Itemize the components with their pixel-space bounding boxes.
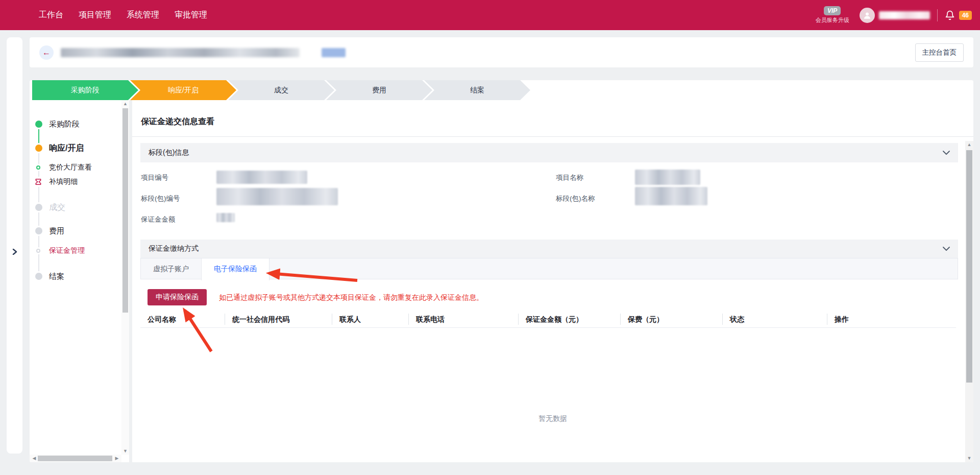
chevron-down-icon[interactable]: [943, 151, 950, 155]
sidebar-item-label: 补填明细: [49, 177, 78, 186]
th-company-name: 公司名称: [140, 314, 225, 325]
top-navbar: 工作台 项目管理 系统管理 审批管理 VIP 会员服务升级 46: [0, 0, 980, 30]
step-label: 费用: [372, 86, 386, 95]
sidebar-item-label: 采购阶段: [49, 120, 80, 129]
person-icon: [863, 11, 872, 20]
payment-tabs: 虚拟子账户 电子保险保函: [140, 258, 958, 279]
breadcrumb-bar: ← 主控台首页: [30, 37, 973, 67]
field-value-blur-deposit-amount: [216, 213, 235, 222]
sidebar-item-label: 成交: [49, 202, 65, 213]
sidebar: 采购阶段 响应/开启 竞价大厅查看 补填明细 成交 费用: [30, 100, 129, 462]
scroll-thumb[interactable]: [122, 108, 128, 313]
dot-icon: [35, 227, 42, 234]
tab-virtual-sub-account[interactable]: 虚拟子账户: [141, 258, 201, 280]
duplicate-deposit-warning: 如已通过虚拟子账号或其他方式递交本项目保证金，请勿重复在此录入保证金信息。: [219, 293, 483, 302]
dot-icon: [35, 273, 42, 280]
vip-upgrade[interactable]: VIP 会员服务升级: [816, 6, 849, 24]
vip-icon: VIP: [824, 6, 841, 15]
notifications[interactable]: 46: [945, 10, 972, 20]
process-steps: 采购阶段 响应/开启 成交 费用 结案: [30, 80, 973, 100]
th-contact-phone: 联系电话: [408, 314, 518, 325]
step-deal: 成交: [228, 80, 334, 100]
step-response-open: 响应/开启: [130, 80, 236, 100]
project-title-blur: [61, 48, 300, 57]
page-title: 保证金递交信息查看: [141, 116, 214, 127]
nav-item-project-management[interactable]: 项目管理: [79, 10, 111, 20]
timeline-line-done: [38, 128, 39, 145]
step-label: 结案: [470, 86, 484, 95]
content-card: 采购阶段 响应/开启 成交 费用 结案 采购阶段 响应/开启 竞价大厅查看: [30, 80, 973, 462]
sidebar-vertical-scrollbar: ▲ ▼: [121, 100, 129, 455]
ring-icon: [36, 249, 40, 253]
th-status: 状态: [722, 314, 827, 325]
status-tag-blur: [322, 48, 346, 57]
dot-icon: [35, 204, 42, 211]
scroll-thumb[interactable]: [38, 456, 112, 461]
section-title: 标段(包)信息: [149, 148, 189, 157]
nav-menu: 工作台 项目管理 系统管理 审批管理: [0, 10, 207, 20]
section-title: 保证金缴纳方式: [149, 244, 199, 253]
scroll-left-button[interactable]: ◀: [31, 455, 38, 462]
sidebar-item-label: 结案: [49, 272, 64, 281]
table-header-row: 公司名称 统一社会信用代码 联系人 联系电话 保证金金额（元） 保费（元） 状态…: [140, 311, 956, 328]
sidebar-item-label: 保证金管理: [49, 246, 85, 255]
field-label-section-no: 标段(包)编号: [141, 194, 180, 203]
field-label-deposit-amount: 保证金金额: [141, 215, 176, 224]
scroll-down-button[interactable]: ▼: [965, 455, 973, 462]
scroll-up-button[interactable]: ▲: [121, 100, 129, 107]
step-closing: 结案: [424, 80, 530, 100]
chevron-down-icon[interactable]: [943, 247, 950, 251]
user-name-blur: [879, 11, 930, 19]
empty-state-text: 暂无数据: [132, 414, 973, 423]
back-button[interactable]: ←: [39, 45, 54, 60]
vip-caption: 会员服务升级: [816, 16, 849, 24]
field-label-section-name: 标段(包)名称: [556, 194, 595, 203]
ring-icon: [36, 165, 40, 170]
nav-item-workbench[interactable]: 工作台: [39, 10, 63, 20]
nav-item-approval-management[interactable]: 审批管理: [175, 10, 207, 20]
field-value-blur-section-name: [635, 187, 707, 205]
sidebar-item-label: 竞价大厅查看: [49, 163, 92, 172]
nav-divider: [937, 9, 938, 21]
field-value-blur-section-no: [216, 188, 338, 205]
scroll-thumb[interactable]: [966, 150, 972, 383]
nav-item-system-management[interactable]: 系统管理: [127, 10, 159, 20]
field-label-project-no: 项目编号: [141, 173, 168, 182]
avatar: [860, 8, 875, 23]
sidebar-item-label: 费用: [49, 226, 64, 236]
scroll-down-button[interactable]: ▼: [121, 447, 129, 455]
main-vertical-scrollbar: ▲ ▼: [965, 141, 973, 462]
console-home-button[interactable]: 主控台首页: [915, 43, 964, 62]
section-header-bid-info[interactable]: 标段(包)信息: [140, 143, 958, 162]
main-panel: 保证金递交信息查看 标段(包)信息 项目编号 项目名称 标段(包)编号 标段(包…: [132, 100, 973, 462]
step-label: 采购阶段: [71, 86, 100, 95]
step-label: 成交: [274, 86, 288, 95]
th-credit-code: 统一社会信用代码: [225, 314, 332, 325]
scroll-right-button[interactable]: ▶: [113, 455, 120, 462]
section-header-payment-method[interactable]: 保证金缴纳方式: [140, 240, 958, 258]
th-actions: 操作: [827, 314, 956, 325]
step-fees: 费用: [326, 80, 432, 100]
hourglass-icon: [35, 178, 42, 185]
apply-insurance-letter-button[interactable]: 申请保险保函: [148, 289, 207, 305]
chevron-right-icon: [12, 249, 17, 255]
notification-badge: 46: [959, 11, 972, 20]
sidebar-horizontal-scrollbar: ◀ ▶: [30, 455, 121, 462]
th-premium: 保费（元）: [620, 314, 722, 325]
field-value-blur-project-no: [216, 171, 307, 184]
field-label-project-name: 项目名称: [556, 173, 583, 182]
dot-icon: [35, 121, 42, 128]
collapse-strip: [7, 37, 22, 454]
divider: [132, 136, 973, 137]
step-label: 响应/开启: [168, 86, 199, 95]
bell-icon: [945, 10, 955, 20]
th-contact-person: 联系人: [332, 314, 408, 325]
dot-icon: [35, 145, 42, 152]
user-account[interactable]: [860, 8, 930, 23]
scroll-up-button[interactable]: ▲: [965, 141, 973, 149]
th-deposit-amount: 保证金金额（元）: [518, 314, 620, 325]
field-value-blur-project-name: [635, 170, 700, 185]
collapse-sidebar-button[interactable]: [7, 244, 22, 259]
sidebar-item-label: 响应/开启: [49, 143, 84, 154]
tab-e-insurance-letter[interactable]: 电子保险保函: [201, 258, 270, 280]
